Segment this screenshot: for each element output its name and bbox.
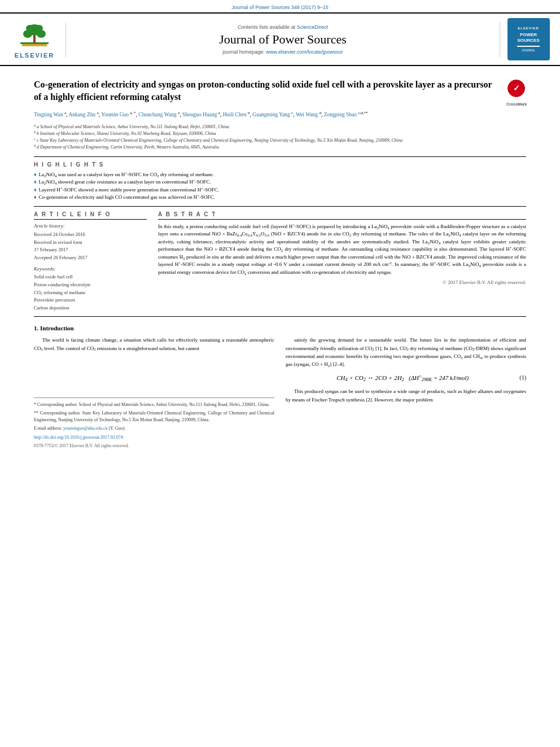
article-title: Co-generation of electricity and syngas … xyxy=(34,78,526,104)
svg-text:✓: ✓ xyxy=(513,84,520,93)
keyword-2: Proton conducting electrolyte xyxy=(34,281,147,289)
journal-center: Contents lists available at ScienceDirec… xyxy=(65,22,500,57)
email-link[interactable]: youminguo@ahu.edu.cn xyxy=(63,426,107,431)
article-history-label: Article history: xyxy=(34,223,147,229)
keyword-5: Carbon deposition xyxy=(34,304,147,312)
article-dates: Received 24 October 2016 Received in rev… xyxy=(34,231,147,261)
intro-left-col: The world is facing climate change, a si… xyxy=(34,336,274,449)
crossmark-icon[interactable]: ✓ CrossMark xyxy=(506,78,526,98)
divider-3 xyxy=(34,316,526,317)
affiliations: a a School of Physical and Materials Sci… xyxy=(34,124,526,151)
highlights-section: H I G H L I G H T S ♦ La2NiO4 was used a… xyxy=(34,161,526,202)
intro-para-right-1: satisfy the growing demand for a sustain… xyxy=(286,336,526,369)
highlight-item-2: ♦ La2NiO4 showed great coke resistance a… xyxy=(34,178,526,186)
article-info-title: A R T I C L E I N F O xyxy=(34,211,147,220)
elsevier-tree-icon xyxy=(18,20,51,51)
sciencedirect-line: Contents lists available at ScienceDirec… xyxy=(77,24,488,30)
equation-1: CH4 + CO2 ↔ 2CO + 2H2 (ΔH○298K = 247 kJ/… xyxy=(286,373,526,383)
highlights-title: H I G H L I G H T S xyxy=(34,161,526,168)
divider-1 xyxy=(34,156,526,157)
footnote-1: * Corresponding author. School of Physic… xyxy=(34,401,274,408)
abstract-text: In this study, a proton conducting solid… xyxy=(158,223,526,277)
abstract-col: A B S T R A C T In this study, a proton … xyxy=(158,211,526,312)
introduction-title: 1. Introduction xyxy=(34,325,526,331)
article-info-abstract: A R T I C L E I N F O Article history: R… xyxy=(34,211,526,312)
divider-2 xyxy=(34,206,526,207)
keyword-4: Perovskite precursors xyxy=(34,296,147,304)
journal-header-line: Journal of Power Sources 348 (2017) 9–15 xyxy=(0,0,560,12)
intro-para-right-2: This produced syngas can be used to synt… xyxy=(286,387,526,404)
journal-homepage-link[interactable]: www.elsevier.com/locate/jpowsour xyxy=(266,49,343,55)
footnote-2: ** Corresponding author. State Key Labor… xyxy=(34,410,274,423)
keyword-1: Solid oxide fuel cell xyxy=(34,273,147,281)
highlight-item-3: ♦ Layered H+-SOFC showed a more stable p… xyxy=(34,186,526,194)
power-sources-logo: ELSEVIER POWER SOURCES JOURNAL xyxy=(506,18,551,60)
sciencedirect-link[interactable]: ScienceDirect xyxy=(297,24,329,30)
doi-line[interactable]: http://dx.doi.org/10.1016/j.jpowsour.201… xyxy=(34,434,274,442)
copyright-line: © 2017 Elsevier B.V. All rights reserved… xyxy=(158,279,526,285)
svg-point-5 xyxy=(26,25,34,32)
keywords-label: Keywords: xyxy=(34,266,147,272)
svg-point-6 xyxy=(35,25,43,32)
intro-para-1: The world is facing climate change, a si… xyxy=(34,336,274,352)
elsevier-text: ELSEVIER xyxy=(15,52,54,59)
keyword-3: CO2 reforming of methane xyxy=(34,289,147,297)
intro-two-col: The world is facing climate change, a si… xyxy=(34,336,526,449)
issn-line: 0378-7753/© 2017 Elsevier B.V. All right… xyxy=(34,443,274,450)
article-info-col: A R T I C L E I N F O Article history: R… xyxy=(34,211,147,312)
introduction-section: 1. Introduction The world is facing clim… xyxy=(34,325,526,449)
journal-title: Journal of Power Sources xyxy=(77,32,488,47)
svg-rect-7 xyxy=(22,44,47,46)
highlight-item-1: ♦ La2NiO4 was used as a catalyst layer o… xyxy=(34,171,526,179)
journal-top-bar: ELSEVIER Contents lists available at Sci… xyxy=(0,12,560,66)
journal-homepage: journal homepage: www.elsevier.com/locat… xyxy=(77,49,488,55)
authors-line: Tingting Wan a, Ankang Zhu a, Youmin Guo… xyxy=(34,111,526,119)
abstract-title: A B S T R A C T xyxy=(158,211,526,220)
footnote-email: E-mail address: youminguo@ahu.edu.cn (Y.… xyxy=(34,425,274,432)
highlight-item-4: ♦ Co-generation of electricity and high … xyxy=(34,194,526,202)
footnotes-area: * Corresponding author. School of Physic… xyxy=(34,397,274,432)
main-content: Co-generation of electricity and syngas … xyxy=(0,66,560,456)
elsevier-logo: ELSEVIER xyxy=(9,20,60,59)
intro-right-col: satisfy the growing demand for a sustain… xyxy=(286,336,526,449)
